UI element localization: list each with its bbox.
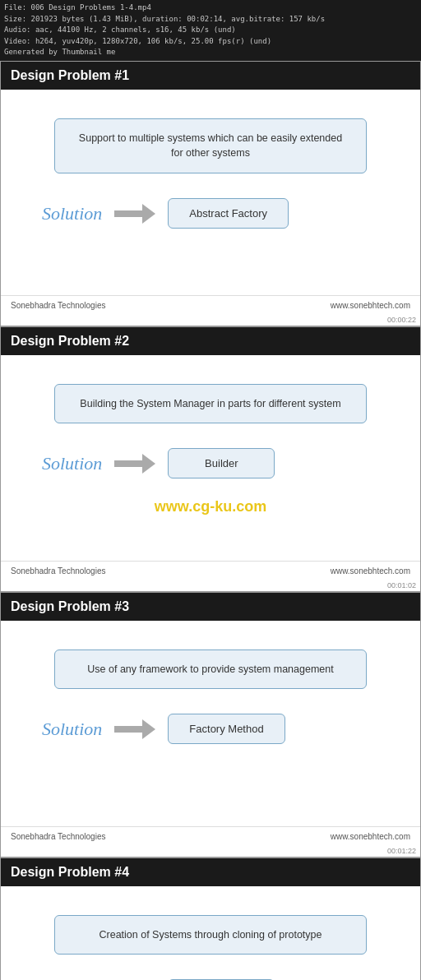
timestamp-1: 00:00:22 bbox=[1, 315, 420, 326]
solution-box-1: Abstract Factory bbox=[168, 198, 289, 229]
info-line-1: File: 006 Design Problems 1-4.mp4 bbox=[4, 2, 417, 14]
card-header-3: Design Problem #3 bbox=[1, 593, 420, 621]
watermark: www.cg-ku.com bbox=[155, 498, 266, 515]
solution-box-2: Builder bbox=[168, 448, 275, 478]
svg-rect-2 bbox=[114, 460, 144, 467]
info-line-3: Audio: aac, 44100 Hz, 2 channels, s16, 4… bbox=[4, 25, 417, 36]
problem-box-3: Use of any framework to provide system m… bbox=[54, 649, 367, 690]
design-problem-card-2: Design Problem #2 Building the System Ma… bbox=[0, 326, 421, 592]
svg-rect-0 bbox=[114, 210, 144, 217]
solution-row-2: Solution Builder bbox=[17, 448, 404, 478]
solution-label-2: Solution bbox=[42, 453, 102, 474]
svg-marker-3 bbox=[142, 454, 155, 474]
info-line-5: Generated by Thumbnail me bbox=[4, 47, 417, 58]
card-footer-3: Sonebhadra Technologies www.sonebhtech.c… bbox=[1, 826, 420, 846]
card-header-2: Design Problem #2 bbox=[1, 327, 420, 355]
info-line-4: Video: h264, yuv420p, 1280x720, 106 kb/s… bbox=[4, 36, 417, 48]
card-footer-2: Sonebhadra Technologies www.sonebhtech.c… bbox=[1, 561, 420, 580]
info-line-2: Size: 201923 bytes (1.43 MiB), duration:… bbox=[4, 14, 417, 25]
svg-marker-1 bbox=[142, 204, 155, 224]
svg-marker-5 bbox=[142, 719, 155, 739]
footer-left-2: Sonebhadra Technologies bbox=[11, 566, 105, 576]
design-problem-card-4: Design Problem #4 Creation of Systems th… bbox=[0, 858, 421, 981]
card-body-2: Building the System Manager in parts for… bbox=[1, 355, 420, 561]
solution-label-1: Solution bbox=[42, 203, 102, 224]
card-header-4: Design Problem #4 bbox=[1, 858, 420, 886]
arrow-icon-3 bbox=[114, 718, 155, 741]
timestamp-2: 00:01:02 bbox=[1, 580, 420, 591]
solution-label-3: Solution bbox=[42, 719, 102, 740]
info-bar: File: 006 Design Problems 1-4.mp4 Size: … bbox=[0, 0, 421, 61]
svg-rect-4 bbox=[114, 726, 144, 733]
timestamp-3: 00:01:22 bbox=[1, 846, 420, 857]
arrow-icon-1 bbox=[114, 202, 155, 225]
footer-right-2: www.sonebhtech.com bbox=[331, 566, 410, 576]
card-body-4: Creation of Systems through cloning of p… bbox=[1, 886, 420, 981]
arrow-icon-2 bbox=[114, 452, 155, 475]
design-problem-card-3: Design Problem #3 Use of any framework t… bbox=[0, 592, 421, 858]
card-body-3: Use of any framework to provide system m… bbox=[1, 621, 420, 826]
solution-row-3: Solution Factory Method bbox=[17, 714, 404, 744]
solution-box-3: Factory Method bbox=[168, 714, 285, 744]
design-problem-card-1: Design Problem #1 Support to multiple sy… bbox=[0, 61, 421, 326]
solution-row-1: Solution Abstract Factory bbox=[17, 198, 404, 229]
footer-left-1: Sonebhadra Technologies bbox=[11, 301, 105, 310]
footer-left-3: Sonebhadra Technologies bbox=[11, 832, 105, 841]
problem-box-4: Creation of Systems through cloning of p… bbox=[54, 915, 367, 955]
card-body-1: Support to multiple systems which can be… bbox=[1, 90, 420, 295]
footer-right-1: www.sonebhtech.com bbox=[331, 301, 410, 310]
card-header-1: Design Problem #1 bbox=[1, 62, 420, 90]
problem-box-2: Building the System Manager in parts for… bbox=[54, 384, 367, 424]
footer-right-3: www.sonebhtech.com bbox=[331, 832, 410, 841]
card-footer-1: Sonebhadra Technologies www.sonebhtech.c… bbox=[1, 295, 420, 315]
problem-box-1: Support to multiple systems which can be… bbox=[54, 118, 367, 174]
